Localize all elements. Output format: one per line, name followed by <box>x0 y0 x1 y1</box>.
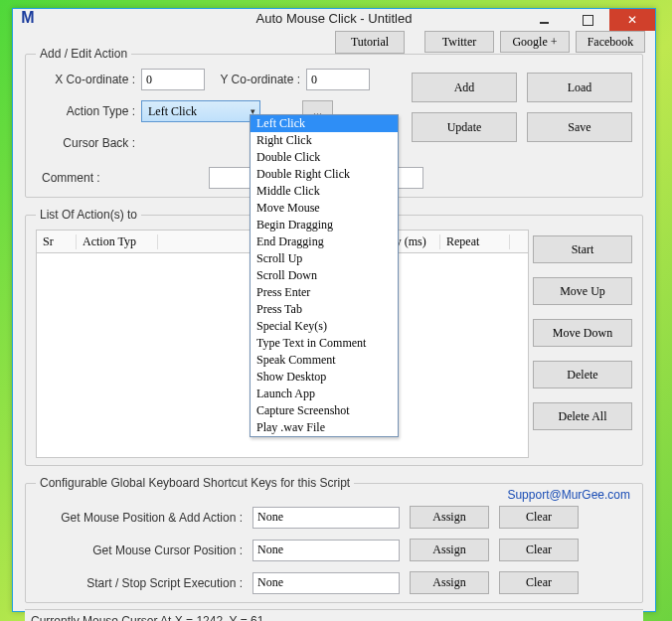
dropdown-item[interactable]: Move Mouse <box>251 200 398 217</box>
delete-button[interactable]: Delete <box>533 361 632 388</box>
cursor-back-label: Cursor Back : <box>36 136 135 150</box>
action-list-legend: List Of Action(s) to <box>36 208 141 222</box>
dropdown-item[interactable]: Speak Comment <box>251 352 398 369</box>
action-type-combo[interactable]: Left Click ▾ <box>141 100 260 122</box>
dropdown-item[interactable]: Press Tab <box>251 301 398 318</box>
comment-label: Comment : <box>36 171 100 185</box>
move-down-button[interactable]: Move Down <box>533 319 632 347</box>
load-button[interactable]: Load <box>527 73 632 102</box>
dropdown-item[interactable]: Scroll Down <box>251 267 398 284</box>
dropdown-item[interactable]: Right Click <box>251 132 398 149</box>
col-sr[interactable]: Sr <box>37 234 77 249</box>
y-coord-input[interactable] <box>306 69 370 90</box>
list-side-buttons: Start Move Up Move Down Delete Delete Al… <box>533 235 632 430</box>
dropdown-item[interactable]: Left Click <box>251 115 398 132</box>
sc-input-2[interactable] <box>252 572 400 594</box>
sc-label-2: Start / Stop Script Execution : <box>36 576 243 590</box>
dropdown-item[interactable]: Launch App <box>251 386 398 402</box>
sc-label-0: Get Mouse Position & Add Action : <box>36 511 243 525</box>
start-button[interactable]: Start <box>533 235 632 263</box>
sc-input-1[interactable] <box>252 540 400 561</box>
add-edit-legend: Add / Edit Action <box>36 47 131 61</box>
client-area: Tutorial Twitter Google + Facebook Add /… <box>13 27 655 621</box>
add-edit-right-buttons: Add Load Update Save <box>412 73 632 142</box>
add-button[interactable]: Add <box>412 73 517 102</box>
dropdown-item[interactable]: Scroll Up <box>251 250 398 267</box>
sc-assign-2[interactable]: Assign <box>410 571 489 594</box>
col-repeat[interactable]: Repeat <box>440 234 510 249</box>
update-button[interactable]: Update <box>412 112 517 142</box>
action-type-dropdown[interactable]: Left ClickRight ClickDouble ClickDouble … <box>250 114 399 437</box>
titlebar: M Auto Mouse Click - Untitled <box>13 9 655 27</box>
x-coord-input[interactable] <box>141 69 205 90</box>
sc-clear-1[interactable]: Clear <box>499 539 579 561</box>
sc-assign-1[interactable]: Assign <box>410 539 489 561</box>
sc-clear-0[interactable]: Clear <box>499 506 579 529</box>
dropdown-item[interactable]: Play .wav File <box>251 419 398 436</box>
dropdown-item[interactable]: End Dragging <box>251 233 398 250</box>
statusbar: Currently Mouse Cursor At X = 1242, Y = … <box>25 609 643 621</box>
app-window: M Auto Mouse Click - Untitled Tutorial T… <box>12 8 656 612</box>
app-icon: M <box>19 9 37 27</box>
dropdown-item[interactable]: Special Key(s) <box>251 318 398 335</box>
move-up-button[interactable]: Move Up <box>533 277 632 305</box>
shortcuts-legend: Configurable Global Keyboard Shortcut Ke… <box>36 476 354 490</box>
action-type-label: Action Type : <box>36 104 135 118</box>
sc-assign-0[interactable]: Assign <box>410 506 489 529</box>
dropdown-item[interactable]: Double Right Click <box>251 166 398 183</box>
dropdown-item[interactable]: Middle Click <box>251 183 398 200</box>
shortcuts-group: Configurable Global Keyboard Shortcut Ke… <box>25 476 643 603</box>
dropdown-item[interactable]: Double Click <box>251 149 398 166</box>
sc-clear-2[interactable]: Clear <box>499 571 579 594</box>
delete-all-button[interactable]: Delete All <box>533 402 632 430</box>
support-link[interactable]: Support@MurGee.com <box>507 488 630 502</box>
dropdown-item[interactable]: Capture Screenshot <box>251 402 398 419</box>
dropdown-item[interactable]: Show Desktop <box>251 369 398 386</box>
dropdown-item[interactable]: Press Enter <box>251 284 398 301</box>
y-coord-label: Y Co-ordinate : <box>211 73 300 86</box>
dropdown-item[interactable]: Type Text in Comment <box>251 335 398 352</box>
col-action-type[interactable]: Action Typ <box>77 234 158 249</box>
x-coord-label: X Co-ordinate : <box>36 73 135 86</box>
save-button[interactable]: Save <box>527 112 632 142</box>
dropdown-item[interactable]: Begin Dragging <box>251 217 398 233</box>
sc-label-1: Get Mouse Cursor Position : <box>36 543 243 557</box>
sc-input-0[interactable] <box>252 507 400 529</box>
action-type-value: Left Click <box>148 104 197 119</box>
